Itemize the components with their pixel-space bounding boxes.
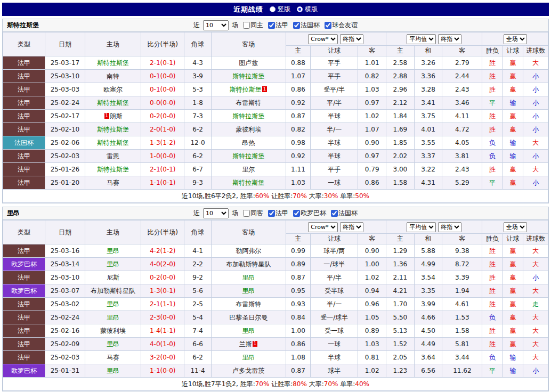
sub-column-header: 客 — [358, 234, 386, 244]
avg-odds-cell: 1.53 — [442, 311, 482, 324]
odds-source-select[interactable]: 终指 — [438, 222, 461, 232]
team-name-text: 里昂 — [107, 340, 119, 348]
filter-checkbox[interactable]: 同主 — [243, 21, 263, 30]
home-team-cell[interactable]: 斯特拉斯堡 — [85, 136, 141, 150]
away-team-cell[interactable]: 斯特拉斯堡 — [211, 176, 286, 190]
handicap-odds-cell: 1.02 — [358, 364, 386, 378]
odds-source-select[interactable]: 全场 — [504, 222, 527, 232]
team-name-text: 里昂 — [107, 314, 119, 321]
match-count-select[interactable]: 10 — [203, 20, 229, 30]
home-team-cell[interactable]: 里昂 — [85, 311, 141, 324]
odds-source-select[interactable]: 平均值 — [407, 222, 436, 232]
filter-checkbox-input[interactable] — [331, 210, 338, 217]
team-name-text: 斯特拉斯堡 — [97, 99, 129, 107]
summary-stat-label: 单率: — [340, 192, 355, 200]
filter-checkbox[interactable]: 法甲 — [268, 209, 288, 218]
odds-source-select[interactable]: 全场 — [504, 34, 527, 44]
score-cell: 1-0(0-0) — [141, 150, 184, 163]
score-cell: 2-1(0-1) — [141, 56, 184, 70]
filter-checkbox[interactable]: 同客 — [243, 209, 263, 218]
view-option-horizontal[interactable]: 横版 — [297, 5, 318, 14]
away-team-cell[interactable]: 里昂 — [211, 284, 286, 298]
filter-checkbox-input[interactable] — [268, 210, 275, 217]
odds-source-select[interactable]: Crow* — [308, 222, 338, 232]
avg-odds-cell: 5.50 — [386, 311, 415, 324]
match-row: 法甲25-02-24里昂2-3(0-0)5-4巴黎圣日尔曼0.84受一/球半1.… — [3, 311, 548, 324]
filter-checkbox[interactable]: 法国杯 — [293, 21, 320, 30]
away-team-cell[interactable]: 里昂 — [211, 271, 286, 284]
team-title: 里昂 — [7, 209, 20, 218]
home-team-cell[interactable]: 斯特拉斯堡 — [85, 163, 141, 176]
team-name-text: 斯特拉斯堡 — [232, 112, 264, 120]
filter-checkbox-input[interactable] — [325, 22, 331, 29]
summary-stat-label: 胜率: — [240, 192, 255, 200]
column-header: 主场 — [85, 220, 141, 244]
filter-checkbox[interactable]: 法国杯 — [331, 209, 358, 218]
team-name-text: 蒙彼利埃 — [236, 126, 261, 133]
filter-checkbox-input[interactable] — [293, 22, 300, 29]
home-team-cell[interactable]: 里昂 — [85, 244, 141, 258]
avg-odds-cell: 8.72 — [442, 258, 482, 271]
filter-checkbox-input[interactable] — [243, 22, 250, 29]
view-option-vertical[interactable]: 竖版 — [270, 5, 290, 14]
home-team-cell[interactable]: 里昂 — [85, 338, 141, 351]
filter-checkbox-input[interactable] — [243, 210, 250, 217]
handicap-odds-cell: 一球 — [311, 338, 358, 351]
away-team-cell[interactable]: 里昂 — [211, 324, 286, 338]
avg-odds-cell: 3.36 — [414, 70, 442, 83]
page: 近期战绩 竖版 横版 斯特拉斯堡近10场同主法甲法国杯球会友谊类型日期主场比分(… — [0, 0, 551, 392]
summary-stat-value: 60% — [255, 192, 272, 200]
column-header: 主场 — [85, 32, 141, 56]
result-cell: 胜 — [482, 123, 503, 136]
section-header-bar: 斯特拉斯堡近10场同主法甲法国杯球会友谊 — [3, 19, 548, 32]
home-team-cell[interactable]: 斯特拉斯堡 — [85, 96, 141, 110]
result-cell: 胜 — [482, 163, 503, 176]
sub-column-header: 让球 — [503, 234, 523, 244]
odds-source-select[interactable]: 终指 — [340, 34, 363, 44]
filter-checkbox[interactable]: 欧罗巴杯 — [293, 209, 326, 218]
handicap-odds-cell: 0.82 — [286, 123, 311, 136]
result-cell: 赢 — [503, 311, 523, 324]
corners-cell: 7-4 — [184, 324, 212, 338]
result-cell: 平 — [482, 364, 503, 378]
filter-checkbox[interactable]: 法甲 — [268, 21, 288, 30]
summary-stat-label: 单率: — [340, 380, 355, 388]
away-team-cell[interactable]: 里昂 — [211, 351, 286, 364]
horizontal-radio-icon[interactable] — [297, 6, 303, 12]
home-team-cell[interactable]: 里昂 — [85, 298, 141, 311]
odds-source-select[interactable]: Crow* — [308, 34, 338, 44]
odds-source-select[interactable]: 终指 — [340, 222, 363, 232]
filter-checkbox-label: 同客 — [250, 209, 263, 218]
home-team-cell[interactable]: 里昂 — [85, 364, 141, 378]
home-team-cell[interactable]: 斯特拉斯堡 — [85, 123, 141, 136]
handicap-odds-cell: 一/球半 — [311, 258, 358, 271]
team-name-text: 里昂 — [242, 327, 255, 334]
sub-column-header: 进球数 — [523, 234, 548, 244]
away-team-cell[interactable]: 斯特拉斯堡1 — [211, 83, 286, 96]
summary-stat-value: 50% — [355, 192, 369, 200]
vertical-radio-icon[interactable] — [270, 6, 276, 12]
corners-cell: 6-6 — [184, 338, 212, 351]
sub-column-header: 主 — [286, 234, 311, 244]
match-count-select[interactable]: 10 — [203, 208, 229, 218]
filter-checkbox-input[interactable] — [293, 210, 300, 217]
odds-source-select[interactable]: 终指 — [438, 34, 461, 44]
away-team-cell[interactable]: 斯特拉斯堡 — [211, 110, 286, 123]
away-team-cell: 蒙彼利埃 — [211, 123, 286, 136]
odds-source-select[interactable]: 平均值 — [407, 34, 436, 44]
result-cell: 小 — [523, 110, 548, 123]
avg-odds-cell: 1.94 — [442, 284, 482, 298]
handicap-odds-cell: 受一球 — [311, 324, 358, 338]
score-cell: 3-2(0-0) — [141, 351, 184, 364]
filter-checkbox-input[interactable] — [268, 22, 275, 29]
league-type-cell: 法甲 — [3, 324, 45, 338]
odds-group-header: Crow*终指 — [286, 32, 386, 46]
away-team-cell[interactable]: 斯特拉斯堡 — [211, 150, 286, 163]
avg-odds-cell: 2.88 — [386, 70, 415, 83]
corners-cell: 4-3 — [184, 56, 212, 70]
home-team-cell[interactable]: 斯特拉斯堡 — [85, 56, 141, 70]
away-team-cell[interactable]: 斯特拉斯堡 — [211, 70, 286, 83]
filter-checkbox[interactable]: 球会友谊 — [325, 21, 358, 30]
match-row: 法甲25-02-09里昂4-0(1-0)6-6兰斯10.86一球1.031.52… — [3, 338, 548, 351]
home-team-cell[interactable]: 里昂 — [85, 258, 141, 271]
